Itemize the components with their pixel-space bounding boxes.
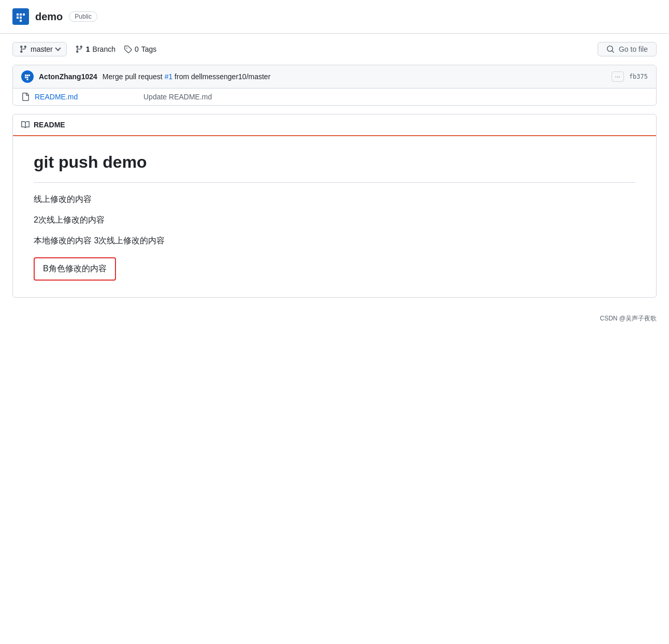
repo-name[interactable]: demo bbox=[35, 11, 63, 23]
tag-count: 0 bbox=[135, 45, 139, 53]
file-name-link[interactable]: README.md bbox=[35, 93, 138, 101]
branch-selector[interactable]: master bbox=[12, 42, 67, 56]
commit-message-suffix: from dellmessenger10/master bbox=[172, 72, 270, 81]
readme-title: git push demo bbox=[34, 153, 635, 172]
commit-row: ActonZhang1024 Merge pull request #1 fro… bbox=[13, 65, 656, 89]
toolbar: master 1 Branch 0 Tags Go to file bbox=[0, 34, 669, 65]
tag-icon bbox=[124, 45, 132, 53]
pr-link[interactable]: #1 bbox=[165, 72, 173, 81]
visibility-badge: Public bbox=[69, 11, 97, 22]
readme-divider bbox=[34, 182, 635, 183]
watermark: CSDN @吴声子夜歌 bbox=[0, 306, 669, 331]
readme-line-3: 本地修改的内容 3次线上修改的内容 bbox=[34, 235, 635, 247]
avatar bbox=[21, 70, 34, 83]
readme-line-2: 2次线上修改的内容 bbox=[34, 214, 635, 226]
commit-hash[interactable]: fb375 bbox=[629, 73, 648, 80]
commit-dots-button[interactable]: ··· bbox=[612, 71, 624, 82]
github-logo-icon bbox=[12, 8, 29, 25]
svg-rect-1 bbox=[20, 20, 22, 22]
branch-count-link[interactable]: 1 Branch bbox=[75, 45, 115, 53]
readme-highlighted-text: B角色修改的内容 bbox=[43, 264, 107, 273]
commit-message-prefix: Merge pull request bbox=[103, 72, 165, 81]
svg-rect-3 bbox=[27, 79, 28, 80]
go-to-file-button[interactable]: Go to file bbox=[598, 42, 657, 56]
branch-selector-label: master bbox=[31, 45, 53, 53]
readme-line-1: 线上修改的内容 bbox=[34, 193, 635, 206]
file-commit-message: Update README.md bbox=[143, 93, 648, 101]
branch-label: Branch bbox=[93, 45, 115, 53]
readme-header-label: README bbox=[34, 121, 65, 129]
commit-author[interactable]: ActonZhang1024 bbox=[39, 72, 97, 81]
file-icon bbox=[21, 93, 30, 101]
file-table: ActonZhang1024 Merge pull request #1 fro… bbox=[12, 65, 657, 106]
table-row: README.md Update README.md bbox=[13, 89, 656, 105]
watermark-text: CSDN @吴声子夜歌 bbox=[600, 315, 657, 322]
branch-count-icon bbox=[75, 45, 83, 53]
chevron-down-icon bbox=[55, 45, 61, 51]
readme-section: README git push demo 线上修改的内容 2次线上修改的内容 本… bbox=[12, 114, 657, 298]
go-to-file-label: Go to file bbox=[619, 45, 648, 53]
branch-count: 1 bbox=[86, 45, 90, 53]
page-header: demo Public bbox=[0, 0, 669, 34]
readme-body: git push demo 线上修改的内容 2次线上修改的内容 本地修改的内容 … bbox=[13, 136, 656, 297]
readme-header: README bbox=[13, 114, 656, 136]
search-icon bbox=[606, 45, 615, 53]
readme-highlighted-box: B角色修改的内容 bbox=[34, 257, 116, 281]
tag-label: Tags bbox=[141, 45, 157, 53]
commit-message: Merge pull request #1 from dellmessenger… bbox=[103, 72, 606, 81]
book-icon bbox=[21, 121, 30, 129]
branch-icon bbox=[19, 45, 27, 53]
tag-count-link[interactable]: 0 Tags bbox=[124, 45, 156, 53]
